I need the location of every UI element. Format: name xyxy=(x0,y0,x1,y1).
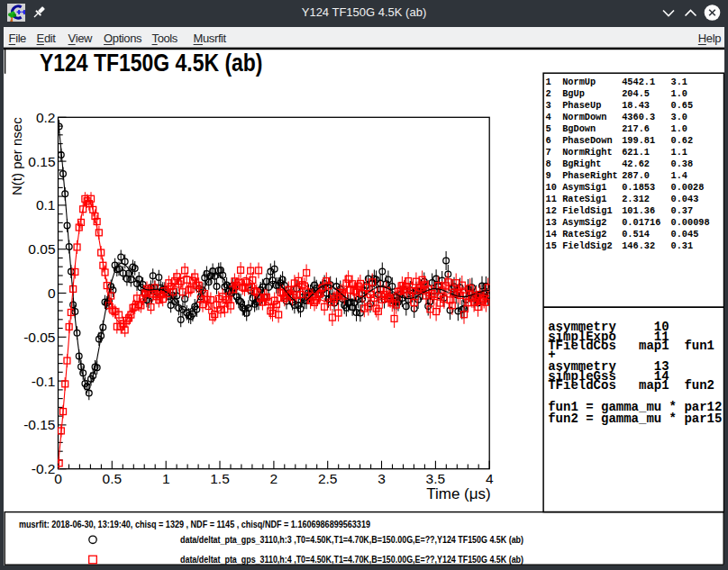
svg-text:1: 1 xyxy=(546,77,552,87)
svg-text:NormRight: NormRight xyxy=(562,147,612,158)
svg-text:FieldSig2: FieldSig2 xyxy=(562,240,612,251)
svg-text:N(t) per nsec: N(t) per nsec xyxy=(9,117,24,195)
svg-text:0.045: 0.045 xyxy=(671,229,699,240)
svg-text:287.0: 287.0 xyxy=(622,170,650,181)
svg-text:1.5: 1.5 xyxy=(210,471,230,486)
svg-text:0.1853: 0.1853 xyxy=(622,182,655,193)
svg-text:fun2 = gamma_mu * par15: fun2 = gamma_mu * par15 xyxy=(548,412,722,426)
svg-text:5: 5 xyxy=(546,123,551,134)
svg-text:1.1: 1.1 xyxy=(671,147,688,158)
svg-text:RateSig1: RateSig1 xyxy=(562,194,607,204)
svg-text:TFieldCos map1 fun1: TFieldCos map1 fun1 xyxy=(548,339,714,353)
svg-text:PhaseRight: PhaseRight xyxy=(562,170,618,181)
svg-text:0.31: 0.31 xyxy=(671,240,694,251)
svg-text:TFieldCos map1 fun2: TFieldCos map1 fun2 xyxy=(548,378,714,393)
svg-text:18.43: 18.43 xyxy=(622,100,650,111)
svg-text:0.5: 0.5 xyxy=(103,471,123,486)
svg-text:3.0: 3.0 xyxy=(671,112,688,122)
svg-text:9: 9 xyxy=(546,170,551,181)
svg-text:AsymSig2: AsymSig2 xyxy=(562,217,606,228)
svg-text:-0.1: -0.1 xyxy=(32,374,56,389)
svg-text:data/deltat_pta_gps_3110,h:4 ,: data/deltat_pta_gps_3110,h:4 ,T0=4.50K,T… xyxy=(180,555,523,565)
svg-text:Y124 TF150G 4.5K (ab): Y124 TF150G 4.5K (ab) xyxy=(40,49,263,77)
svg-text:15: 15 xyxy=(546,240,557,251)
svg-text:0.01716: 0.01716 xyxy=(622,217,660,228)
svg-text:0.00098: 0.00098 xyxy=(671,217,710,228)
svg-text:data/deltat_pta_gps_3110,h:3 ,: data/deltat_pta_gps_3110,h:3 ,T0=4.50K,T… xyxy=(180,535,523,545)
svg-text:0: 0 xyxy=(54,471,62,486)
svg-text:621.1: 621.1 xyxy=(622,147,650,158)
svg-text:BgDown: BgDown xyxy=(562,123,596,134)
svg-text:PhaseDown: PhaseDown xyxy=(562,135,612,146)
svg-text:BgRight: BgRight xyxy=(562,158,601,169)
svg-text:4360.3: 4360.3 xyxy=(622,112,655,122)
svg-text:10: 10 xyxy=(546,182,557,193)
svg-text:0.0028: 0.0028 xyxy=(671,182,705,193)
svg-text:8: 8 xyxy=(546,158,551,169)
svg-text:11: 11 xyxy=(546,194,558,204)
svg-text:14: 14 xyxy=(546,229,558,240)
svg-text:-0.15: -0.15 xyxy=(23,417,55,432)
svg-text:0.2: 0.2 xyxy=(36,110,56,125)
svg-text:0.05: 0.05 xyxy=(28,241,55,257)
svg-text:0.38: 0.38 xyxy=(671,158,694,169)
svg-text:7: 7 xyxy=(546,147,551,158)
svg-text:3.5: 3.5 xyxy=(426,471,446,486)
svg-text:musrfit: 2018-06-30, 13:19:40,: musrfit: 2018-06-30, 13:19:40, chisq = 1… xyxy=(19,519,370,529)
svg-text:4542.1: 4542.1 xyxy=(622,77,655,87)
svg-text:1.0: 1.0 xyxy=(671,88,688,99)
svg-text:BgUp: BgUp xyxy=(562,88,585,99)
svg-text:204.5: 204.5 xyxy=(622,88,650,99)
svg-text:1.4: 1.4 xyxy=(671,170,688,181)
svg-text:0.15: 0.15 xyxy=(28,154,55,169)
svg-text:3: 3 xyxy=(378,471,386,486)
svg-text:42.62: 42.62 xyxy=(622,158,650,169)
svg-text:6: 6 xyxy=(546,135,551,146)
svg-text:RateSig2: RateSig2 xyxy=(562,229,606,240)
svg-text:13: 13 xyxy=(546,217,557,228)
svg-text:-0.2: -0.2 xyxy=(32,461,56,476)
svg-text:146.32: 146.32 xyxy=(622,240,655,251)
svg-text:1.0: 1.0 xyxy=(671,123,688,134)
svg-text:199.81: 199.81 xyxy=(622,135,655,146)
svg-text:3.1: 3.1 xyxy=(671,77,688,87)
svg-text:0: 0 xyxy=(48,285,56,301)
svg-text:0.37: 0.37 xyxy=(671,205,694,216)
svg-text:2: 2 xyxy=(270,471,278,486)
svg-text:-0.05: -0.05 xyxy=(23,330,55,345)
svg-text:NormDown: NormDown xyxy=(562,112,606,122)
svg-text:0.65: 0.65 xyxy=(671,100,694,111)
svg-text:2.5: 2.5 xyxy=(318,471,338,486)
svg-text:0.514: 0.514 xyxy=(622,229,650,240)
svg-text:217.6: 217.6 xyxy=(622,123,650,134)
svg-text:Time (μs): Time (μs) xyxy=(426,485,491,502)
svg-text:FieldSig1: FieldSig1 xyxy=(562,205,613,216)
svg-text:0.62: 0.62 xyxy=(671,135,694,146)
svg-text:NormUp: NormUp xyxy=(562,77,596,87)
svg-text:12: 12 xyxy=(546,205,557,216)
svg-text:0.043: 0.043 xyxy=(671,194,699,204)
svg-text:AsymSig1: AsymSig1 xyxy=(562,182,607,193)
svg-text:0.1: 0.1 xyxy=(36,197,56,213)
svg-text:2.312: 2.312 xyxy=(622,194,650,204)
svg-text:4: 4 xyxy=(486,471,494,486)
svg-text:2: 2 xyxy=(546,88,551,99)
svg-text:4: 4 xyxy=(546,112,552,122)
svg-text:PhaseUp: PhaseUp xyxy=(562,100,601,111)
svg-text:3: 3 xyxy=(546,100,551,111)
svg-text:1: 1 xyxy=(162,471,170,486)
svg-text:101.36: 101.36 xyxy=(622,205,655,216)
